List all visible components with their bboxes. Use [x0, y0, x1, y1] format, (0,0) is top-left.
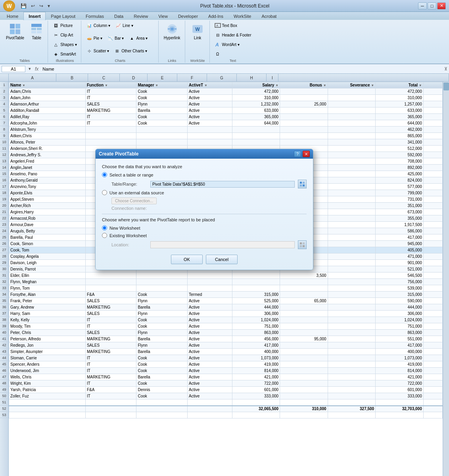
cell-10-8[interactable]: [423, 139, 442, 146]
cell-34-6[interactable]: [328, 292, 376, 298]
cell-36-6[interactable]: [328, 304, 376, 311]
table-row[interactable]: Yarsh, PatriciaF&ADennisActive601,000601…: [9, 387, 443, 393]
cell-25-0[interactable]: Barella, Paul: [9, 234, 86, 241]
cell-3-2[interactable]: Cook: [136, 95, 188, 101]
cell-3-1[interactable]: IT: [85, 95, 136, 101]
cell-37-6[interactable]: [328, 311, 376, 317]
cell-13-7[interactable]: 708,000: [376, 158, 424, 165]
cell-16-7[interactable]: 824,000: [376, 177, 424, 184]
cell-18-7[interactable]: 799,000: [376, 190, 424, 196]
formula-expand-right[interactable]: ⊻: [443, 66, 449, 71]
cell-46-0[interactable]: Underwood, Jim: [9, 368, 86, 374]
cell-45-1[interactable]: IT: [85, 361, 136, 368]
cell-9-4[interactable]: [232, 133, 280, 139]
table-row[interactable]: Adam,ChrisITCookActive472,000472,000: [9, 88, 443, 95]
cell-45-4[interactable]: 419,000: [232, 361, 280, 368]
cell-44-5[interactable]: [280, 355, 328, 361]
cell-49-2[interactable]: Dennis: [136, 387, 188, 393]
cell-44-2[interactable]: Cook: [136, 355, 188, 361]
ok-button[interactable]: OK: [171, 255, 203, 264]
cell-10-0[interactable]: Alfonos, Peter: [9, 139, 86, 146]
save-button[interactable]: 💾: [19, 2, 28, 10]
cell-38-0[interactable]: Kelly, Kelly: [9, 317, 86, 323]
cell-17-6[interactable]: [328, 184, 376, 190]
header-footer-button[interactable]: ⊟ Header & Footer: [213, 31, 253, 39]
table-row[interactable]: Adillet,RayITCookActive365,000365,000: [9, 114, 443, 120]
header-cell-5[interactable]: Bonus ▼: [280, 82, 328, 88]
header-cell-7[interactable]: Total ▼: [376, 82, 424, 88]
cell-44-1[interactable]: IT: [85, 355, 136, 361]
quick-access-more[interactable]: ▾: [46, 2, 52, 10]
table-row[interactable]: Harry, SamSALESFlynnActive306,000306,000: [9, 311, 443, 317]
cell-27-7[interactable]: 405,000: [376, 247, 424, 253]
cell-7-1[interactable]: IT: [85, 120, 136, 127]
cell-35-6[interactable]: [328, 298, 376, 304]
tab-developer[interactable]: Developer: [173, 12, 203, 20]
cell-36-4[interactable]: 444,000: [232, 304, 280, 311]
cell-44-7[interactable]: 1,073,000: [376, 355, 424, 361]
cell-5-1[interactable]: MARKETING: [85, 107, 136, 114]
table-row[interactable]: Kelly, KellyITCookActive1,024,0001,024,0…: [9, 317, 443, 323]
line-chart-button[interactable]: 📈 Line ▾: [113, 21, 135, 29]
cell-8-7[interactable]: 462,000: [376, 127, 424, 133]
cell-28-8[interactable]: [423, 253, 442, 260]
cell-40-1[interactable]: SALES: [85, 330, 136, 336]
cell-3-8[interactable]: [423, 95, 442, 101]
cell-9-0[interactable]: Aitken,Chris: [9, 133, 86, 139]
cell-49-6[interactable]: [328, 387, 376, 393]
new-worksheet-label[interactable]: New Worksheet: [109, 226, 140, 230]
cell-36-2[interactable]: Barella: [136, 304, 188, 311]
cell-19-0[interactable]: Appel,Steven: [9, 196, 86, 203]
cell-42-7[interactable]: 417,000: [376, 342, 424, 349]
cell-10-2[interactable]: [136, 139, 188, 146]
cell-46-8[interactable]: [423, 368, 442, 374]
column-chart-button[interactable]: 📊 Column ▾: [84, 21, 112, 29]
cell-40-7[interactable]: 863,000: [376, 330, 424, 336]
cell-42-2[interactable]: Flynn: [136, 342, 188, 349]
table-row[interactable]: Peter, ChrisSALESFlynnActive863,000863,0…: [9, 330, 443, 336]
table-row[interactable]: Alfonos, Peter341,000: [9, 139, 443, 146]
cell-42-4[interactable]: 417,000: [232, 342, 280, 349]
other-charts-button[interactable]: ⊞ Other Charts ▾: [112, 47, 149, 55]
cell-39-3[interactable]: Active: [188, 323, 232, 330]
cell-41-7[interactable]: 551,000: [376, 336, 424, 342]
cell-46-7[interactable]: 814,000: [376, 368, 424, 374]
cell-12-0[interactable]: Andrews,Jeffry S.: [9, 152, 86, 158]
existing-worksheet-radio[interactable]: [102, 233, 107, 238]
cell-41-2[interactable]: Barella: [136, 336, 188, 342]
cell-23-0[interactable]: Armour,Dave: [9, 222, 86, 228]
select-table-label[interactable]: Select a table or range: [109, 173, 154, 177]
cell-39-4[interactable]: 751,000: [232, 323, 280, 330]
cell-6-5[interactable]: [280, 114, 328, 120]
cell-30-8[interactable]: [423, 266, 442, 273]
cell-45-0[interactable]: Spencer, Anders: [9, 361, 86, 368]
cell-8-8[interactable]: [423, 127, 442, 133]
cell-7-5[interactable]: [280, 120, 328, 127]
cell-10-1[interactable]: [85, 139, 136, 146]
tab-acrobat[interactable]: Acrobat: [256, 12, 282, 20]
cell-31-8[interactable]: [423, 273, 442, 279]
cell-47-4[interactable]: 421,000: [232, 374, 280, 380]
tab-page-layout[interactable]: Page Layout: [46, 12, 81, 20]
cell-31-3[interactable]: [188, 273, 232, 279]
cell-2-8[interactable]: [423, 88, 442, 95]
cell-34-1[interactable]: F&A: [85, 292, 136, 298]
cell-36-7[interactable]: 444,000: [376, 304, 424, 311]
cell-39-7[interactable]: 751,000: [376, 323, 424, 330]
cell-2-4[interactable]: 472,000: [232, 88, 280, 95]
bar-chart-button[interactable]: 📉 Bar ▾: [106, 34, 125, 42]
cell-6-0[interactable]: Adillet,Ray: [9, 114, 86, 120]
cell-47-1[interactable]: MARKETING: [85, 374, 136, 380]
tab-home[interactable]: Home: [2, 12, 23, 20]
col-header-i[interactable]: I: [267, 74, 278, 82]
table-row[interactable]: Peterson, AlfredoMARKETINGBarellaActive4…: [9, 336, 443, 342]
cell-38-2[interactable]: Cook: [136, 317, 188, 323]
cell-33-2[interactable]: [136, 285, 188, 292]
cell-6-6[interactable]: [328, 114, 376, 120]
tab-add-ins[interactable]: Add-Ins: [203, 12, 228, 20]
cell-44-6[interactable]: [328, 355, 376, 361]
cell-22-6[interactable]: [328, 215, 376, 222]
cell-45-6[interactable]: [328, 361, 376, 368]
cell-6-7[interactable]: 365,000: [376, 114, 424, 120]
pivot-table-button[interactable]: PivotTable: [4, 21, 26, 41]
